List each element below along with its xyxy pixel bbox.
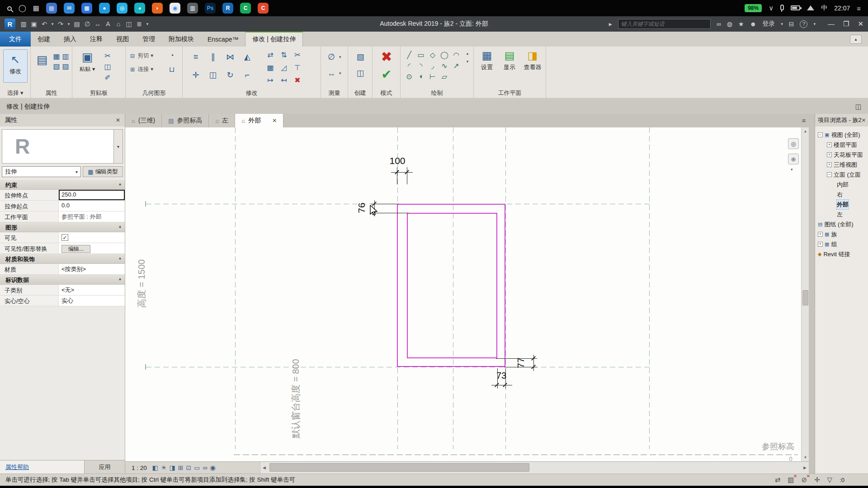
material-value[interactable]: <按类别> <box>59 264 125 274</box>
delete-icon[interactable]: ✖ <box>292 75 303 85</box>
section-icon[interactable]: ◫ <box>124 20 133 28</box>
split-element-icon[interactable]: ⇅ <box>278 49 289 60</box>
ref-plane-label-height[interactable]: 高度 = 1500 <box>136 225 148 343</box>
visual-style-icon[interactable]: ◧ <box>152 464 158 471</box>
measure-tool-icon[interactable]: ∅ <box>326 51 337 63</box>
tab-create[interactable]: 创建 <box>31 32 57 47</box>
visible-checkbox[interactable]: ✓ <box>61 234 68 241</box>
edit-type-button[interactable]: ▦ 编辑类型 <box>83 166 123 177</box>
pin-icon[interactable]: ⊤ <box>292 62 303 73</box>
cancel-extrusion-button[interactable]: ✖ <box>379 48 394 65</box>
panel-select-label[interactable]: 选择 ▾ <box>0 89 30 97</box>
drawing-canvas[interactable]: 100 76 77 73 高度 = 1500 默认窗台高度 = 800 参照标高… <box>125 127 801 461</box>
show-crop-region-icon[interactable]: ▭ <box>194 464 200 471</box>
edit-witness-icon[interactable]: ↤ <box>278 75 289 85</box>
text-icon[interactable]: A <box>104 20 113 28</box>
reference-plane-vertical[interactable] <box>235 127 236 449</box>
dimension-caret-icon[interactable]: ▾ <box>339 71 341 75</box>
sign-in-caret-icon[interactable]: ▾ <box>781 22 783 26</box>
undo-caret-icon[interactable]: ▾ <box>50 22 55 26</box>
user-icon[interactable]: ☻ <box>750 20 756 28</box>
reference-plane-vertical[interactable] <box>649 127 650 449</box>
dimension-value-bottom[interactable]: 73 <box>490 371 513 381</box>
tree-item-families[interactable]: +▦族 <box>818 230 837 239</box>
load-into-project-icon[interactable]: ▧ <box>354 51 366 63</box>
project-browser-close-icon[interactable]: ✕ <box>862 117 866 123</box>
split-with-gap-icon[interactable]: ✂ <box>292 49 303 60</box>
search-expand-icon[interactable]: ▸ <box>609 20 612 28</box>
horizontal-scrollbar[interactable]: ◀ ▶ <box>260 462 809 474</box>
default-3d-view-icon[interactable]: ⌂ <box>114 20 123 28</box>
ref-plane-label-sill[interactable]: 默认窗台高度 = 800 <box>290 329 302 462</box>
tree-item-ceiling-plans[interactable]: +天花板平面 <box>827 150 863 160</box>
code-green-app-icon[interactable]: C <box>240 3 251 14</box>
app-store-cart-icon[interactable]: ⊟ <box>789 20 794 28</box>
search-binoculars-icon[interactable]: ∞ <box>717 20 721 28</box>
tab-file[interactable]: 文件 <box>0 32 31 47</box>
minimize-button[interactable]: — <box>828 20 835 28</box>
browser-app-icon[interactable]: ◕ <box>134 3 145 14</box>
tree-item-floor-plans[interactable]: +楼层平面 <box>827 140 857 150</box>
photoshop-app-icon[interactable]: Ps <box>205 3 216 14</box>
paste-button[interactable]: ▣ 粘贴 ▾ <box>77 50 98 73</box>
draw-spline-icon[interactable]: ∿ <box>439 60 450 71</box>
vertical-scroll-thumb[interactable] <box>802 290 808 305</box>
solid-void-value[interactable]: 实心 <box>59 296 125 306</box>
collapse-icon[interactable]: ▴ <box>119 276 121 284</box>
section-graphics[interactable]: 图形▴ <box>0 222 125 232</box>
draw-rectangle-icon[interactable]: ▭ <box>415 49 427 60</box>
tab-view[interactable]: 视图 <box>109 32 136 47</box>
code-red-app-icon[interactable]: C <box>258 3 269 14</box>
collapse-icon[interactable]: ▴ <box>119 181 121 189</box>
steering-wheel-icon[interactable]: ◎ <box>788 138 799 149</box>
scroll-right-icon[interactable]: ▶ <box>801 462 809 474</box>
mirror-pick-axis-icon[interactable]: ⋈ <box>223 50 237 64</box>
input-method-indicator[interactable]: 中 <box>821 4 827 12</box>
print-icon[interactable]: ▤ <box>72 20 81 28</box>
launcher-grid-icon[interactable]: ▦ <box>33 4 39 12</box>
palette-splitter[interactable] <box>809 114 815 474</box>
modify-tool-button[interactable]: ↖ 修改 <box>3 49 28 83</box>
open-icon[interactable]: ▥ <box>19 20 28 28</box>
align-icon[interactable]: ≡ <box>189 50 203 64</box>
draw-fillet-arc-icon[interactable]: ◞ <box>427 60 439 71</box>
editable-only-icon[interactable]: ⊘✕ <box>801 476 807 484</box>
copy-icon[interactable]: ◫ <box>103 62 112 71</box>
chevron-down-icon[interactable]: ∨ <box>769 4 774 12</box>
tree-item-groups[interactable]: +▦组 <box>818 239 837 249</box>
horizontal-scroll-thumb[interactable] <box>269 463 529 472</box>
view-scale[interactable]: 1 : 20 <box>132 465 147 471</box>
tree-item-left[interactable]: 左 <box>837 210 843 219</box>
help-caret-icon[interactable]: ▾ <box>813 22 816 26</box>
family-category-icon[interactable]: ▦ <box>52 52 61 60</box>
swap-icon[interactable]: ⇄ <box>265 49 276 60</box>
filter-icon[interactable]: ▽ <box>827 476 833 484</box>
section-identity[interactable]: 标识数据▴ <box>0 275 125 285</box>
reference-plane-vertical[interactable] <box>505 127 506 449</box>
reference-plane-sill[interactable] <box>146 367 652 367</box>
edit-overrides-button[interactable]: 编辑... <box>61 245 90 253</box>
rotate-icon[interactable]: ↻ <box>223 68 237 82</box>
close-button[interactable]: ✕ <box>858 20 863 28</box>
tree-item-exterior[interactable]: 外部 <box>837 200 849 209</box>
apply-button[interactable]: 应用 <box>84 460 125 474</box>
cut-geometry-button[interactable]: ⊟ 剪切 ▾ <box>130 52 153 60</box>
properties-palette-icon[interactable]: ▤ <box>34 52 50 67</box>
collapse-icon[interactable]: ▴ <box>119 224 121 232</box>
dimension-value-left[interactable]: 76 <box>356 200 367 216</box>
finish-extrusion-button[interactable]: ✔ <box>379 66 394 82</box>
battery-percent-badge[interactable]: 98% <box>745 4 762 12</box>
unpin-icon[interactable]: ↦ <box>265 75 276 85</box>
properties-help-link[interactable]: 属性帮助 <box>0 460 84 474</box>
copy-element-icon[interactable]: ◫ <box>206 68 220 82</box>
extrusion-start-value[interactable]: 0.0 <box>59 201 125 211</box>
pick-edges-icon[interactable]: ⊢ <box>427 71 439 82</box>
thin-lines-icon[interactable]: ≣ <box>135 20 144 28</box>
collapse-icon[interactable]: ▴ <box>119 255 121 263</box>
photos-app-icon[interactable]: ◎ <box>117 3 127 14</box>
trim-extend-icon[interactable]: ⌐ <box>241 68 254 82</box>
sun-path-icon[interactable]: ☀ <box>161 464 167 471</box>
restore-button[interactable]: ❐ <box>843 20 849 28</box>
close-view-icon[interactable]: ✕ <box>272 117 277 124</box>
draw-arc-icon[interactable]: ◠ <box>450 49 462 60</box>
